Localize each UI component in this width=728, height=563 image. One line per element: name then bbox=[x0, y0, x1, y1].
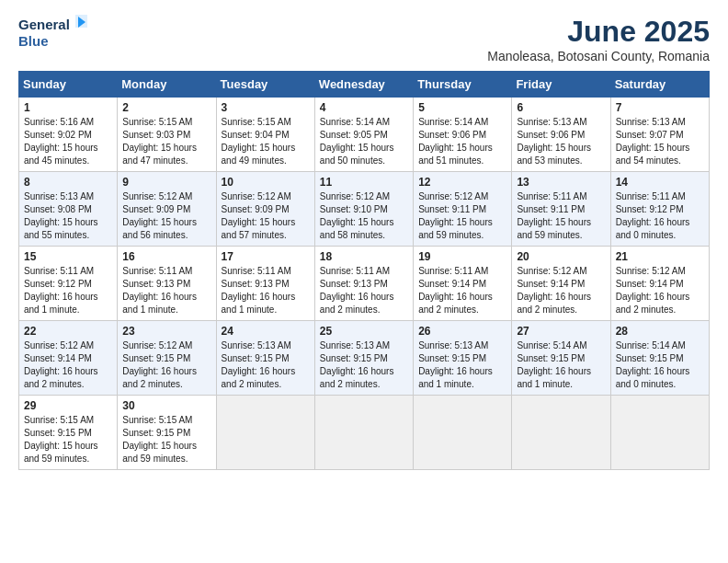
day-number: 7 bbox=[616, 101, 704, 114]
day-info: Sunrise: 5:12 AM Sunset: 9:15 PM Dayligh… bbox=[122, 339, 210, 391]
sunset-label: Sunset: 9:04 PM bbox=[222, 130, 290, 140]
sunset-label: Sunset: 9:15 PM bbox=[24, 428, 92, 438]
day-info: Sunrise: 5:12 AM Sunset: 9:09 PM Dayligh… bbox=[122, 190, 210, 242]
sunset-label: Sunset: 9:05 PM bbox=[320, 130, 388, 140]
day-info: Sunrise: 5:11 AM Sunset: 9:14 PM Dayligh… bbox=[418, 265, 506, 316]
day-info: Sunrise: 5:14 AM Sunset: 9:15 PM Dayligh… bbox=[616, 339, 704, 391]
day-info: Sunrise: 5:12 AM Sunset: 9:14 PM Dayligh… bbox=[616, 265, 704, 316]
sunrise-label: Sunrise: 5:13 AM bbox=[616, 117, 686, 127]
table-row: 10 Sunrise: 5:12 AM Sunset: 9:09 PM Dayl… bbox=[216, 172, 314, 247]
title-month: June 2025 bbox=[487, 15, 710, 49]
day-info: Sunrise: 5:12 AM Sunset: 9:14 PM Dayligh… bbox=[24, 339, 112, 391]
day-number: 28 bbox=[616, 325, 704, 338]
page-header: General Blue June 2025 Manoleasa, Botosa… bbox=[18, 15, 710, 63]
daylight-label: Daylight: 15 hours and 59 minutes. bbox=[24, 441, 98, 464]
calendar-week-row: 1 Sunrise: 5:16 AM Sunset: 9:02 PM Dayli… bbox=[19, 98, 710, 172]
sunrise-label: Sunrise: 5:14 AM bbox=[418, 117, 488, 127]
calendar-table: Sunday Monday Tuesday Wednesday Thursday… bbox=[18, 71, 710, 470]
table-row: 26 Sunrise: 5:13 AM Sunset: 9:15 PM Dayl… bbox=[414, 321, 512, 396]
sunrise-label: Sunrise: 5:11 AM bbox=[222, 266, 291, 276]
daylight-label: Daylight: 15 hours and 55 minutes. bbox=[24, 217, 98, 240]
day-info: Sunrise: 5:14 AM Sunset: 9:06 PM Dayligh… bbox=[418, 116, 506, 167]
sunrise-label: Sunrise: 5:11 AM bbox=[320, 266, 390, 276]
sunrise-label: Sunrise: 5:11 AM bbox=[517, 191, 586, 201]
daylight-label: Daylight: 16 hours and 0 minutes. bbox=[616, 366, 690, 389]
sunset-label: Sunset: 9:08 PM bbox=[24, 204, 92, 214]
day-number: 17 bbox=[222, 250, 310, 263]
day-number: 26 bbox=[418, 325, 506, 338]
table-row: 4 Sunrise: 5:14 AM Sunset: 9:05 PM Dayli… bbox=[314, 98, 413, 172]
sunset-label: Sunset: 9:09 PM bbox=[222, 204, 290, 214]
day-info: Sunrise: 5:13 AM Sunset: 9:15 PM Dayligh… bbox=[418, 339, 506, 391]
sunrise-label: Sunrise: 5:11 AM bbox=[122, 266, 192, 276]
day-info: Sunrise: 5:11 AM Sunset: 9:12 PM Dayligh… bbox=[24, 265, 112, 316]
table-row bbox=[512, 396, 610, 470]
svg-text:Blue: Blue bbox=[18, 33, 49, 49]
day-info: Sunrise: 5:11 AM Sunset: 9:12 PM Dayligh… bbox=[616, 190, 704, 242]
daylight-label: Daylight: 15 hours and 58 minutes. bbox=[320, 217, 394, 240]
day-info: Sunrise: 5:11 AM Sunset: 9:13 PM Dayligh… bbox=[320, 265, 408, 316]
table-row: 29 Sunrise: 5:15 AM Sunset: 9:15 PM Dayl… bbox=[19, 396, 118, 470]
table-row: 13 Sunrise: 5:11 AM Sunset: 9:11 PM Dayl… bbox=[512, 172, 610, 247]
day-number: 23 bbox=[122, 325, 210, 338]
table-row: 6 Sunrise: 5:13 AM Sunset: 9:06 PM Dayli… bbox=[512, 98, 610, 172]
day-info: Sunrise: 5:12 AM Sunset: 9:10 PM Dayligh… bbox=[320, 190, 408, 242]
table-row: 9 Sunrise: 5:12 AM Sunset: 9:09 PM Dayli… bbox=[118, 172, 216, 247]
table-row: 20 Sunrise: 5:12 AM Sunset: 9:14 PM Dayl… bbox=[512, 247, 610, 321]
sunrise-label: Sunrise: 5:13 AM bbox=[24, 191, 94, 201]
sunrise-label: Sunrise: 5:12 AM bbox=[320, 191, 390, 201]
daylight-label: Daylight: 16 hours and 2 minutes. bbox=[24, 366, 98, 389]
day-info: Sunrise: 5:13 AM Sunset: 9:06 PM Dayligh… bbox=[517, 116, 605, 167]
day-info: Sunrise: 5:15 AM Sunset: 9:03 PM Dayligh… bbox=[122, 116, 210, 167]
day-number: 14 bbox=[616, 176, 704, 189]
day-info: Sunrise: 5:15 AM Sunset: 9:15 PM Dayligh… bbox=[24, 414, 112, 465]
sunrise-label: Sunrise: 5:12 AM bbox=[24, 340, 94, 350]
sunset-label: Sunset: 9:15 PM bbox=[122, 353, 190, 363]
day-number: 11 bbox=[320, 176, 408, 189]
day-number: 6 bbox=[517, 101, 605, 114]
day-number: 29 bbox=[24, 399, 112, 412]
day-number: 22 bbox=[24, 325, 112, 338]
daylight-label: Daylight: 15 hours and 51 minutes. bbox=[418, 143, 493, 166]
table-row: 16 Sunrise: 5:11 AM Sunset: 9:13 PM Dayl… bbox=[118, 247, 216, 321]
day-info: Sunrise: 5:12 AM Sunset: 9:09 PM Dayligh… bbox=[222, 190, 310, 242]
daylight-label: Daylight: 16 hours and 2 minutes. bbox=[320, 366, 394, 389]
day-number: 27 bbox=[517, 325, 605, 338]
sunrise-label: Sunrise: 5:15 AM bbox=[122, 415, 192, 425]
sunrise-label: Sunrise: 5:13 AM bbox=[517, 117, 586, 127]
col-saturday: Saturday bbox=[610, 72, 709, 98]
daylight-label: Daylight: 15 hours and 56 minutes. bbox=[122, 217, 197, 240]
daylight-label: Daylight: 15 hours and 47 minutes. bbox=[122, 143, 197, 166]
day-info: Sunrise: 5:11 AM Sunset: 9:13 PM Dayligh… bbox=[122, 265, 210, 316]
title-location: Manoleasa, Botosani County, Romania bbox=[487, 49, 710, 63]
sunrise-label: Sunrise: 5:13 AM bbox=[222, 340, 291, 350]
daylight-label: Daylight: 15 hours and 59 minutes. bbox=[517, 217, 591, 240]
calendar-header-row: Sunday Monday Tuesday Wednesday Thursday… bbox=[19, 72, 710, 98]
day-number: 16 bbox=[122, 250, 210, 263]
daylight-label: Daylight: 16 hours and 1 minute. bbox=[517, 366, 591, 389]
col-wednesday: Wednesday bbox=[314, 72, 413, 98]
daylight-label: Daylight: 15 hours and 49 minutes. bbox=[222, 143, 296, 166]
day-info: Sunrise: 5:13 AM Sunset: 9:15 PM Dayligh… bbox=[222, 339, 310, 391]
sunrise-label: Sunrise: 5:13 AM bbox=[320, 340, 390, 350]
daylight-label: Daylight: 15 hours and 54 minutes. bbox=[616, 143, 690, 166]
sunrise-label: Sunrise: 5:11 AM bbox=[616, 191, 686, 201]
sunrise-label: Sunrise: 5:15 AM bbox=[122, 117, 192, 127]
sunset-label: Sunset: 9:15 PM bbox=[222, 353, 290, 363]
sunset-label: Sunset: 9:13 PM bbox=[320, 279, 388, 289]
table-row: 21 Sunrise: 5:12 AM Sunset: 9:14 PM Dayl… bbox=[610, 247, 709, 321]
table-row: 3 Sunrise: 5:15 AM Sunset: 9:04 PM Dayli… bbox=[216, 98, 314, 172]
title-block: June 2025 Manoleasa, Botosani County, Ro… bbox=[487, 15, 710, 63]
table-row: 12 Sunrise: 5:12 AM Sunset: 9:11 PM Dayl… bbox=[414, 172, 512, 247]
sunrise-label: Sunrise: 5:14 AM bbox=[517, 340, 586, 350]
sunset-label: Sunset: 9:15 PM bbox=[616, 353, 684, 363]
sunrise-label: Sunrise: 5:16 AM bbox=[24, 117, 94, 127]
table-row: 18 Sunrise: 5:11 AM Sunset: 9:13 PM Dayl… bbox=[314, 247, 413, 321]
day-number: 12 bbox=[418, 176, 506, 189]
daylight-label: Daylight: 15 hours and 59 minutes. bbox=[122, 441, 197, 464]
day-info: Sunrise: 5:16 AM Sunset: 9:02 PM Dayligh… bbox=[24, 116, 112, 167]
sunset-label: Sunset: 9:15 PM bbox=[418, 353, 486, 363]
table-row: 23 Sunrise: 5:12 AM Sunset: 9:15 PM Dayl… bbox=[118, 321, 216, 396]
sunrise-label: Sunrise: 5:15 AM bbox=[24, 415, 94, 425]
day-info: Sunrise: 5:11 AM Sunset: 9:13 PM Dayligh… bbox=[222, 265, 310, 316]
